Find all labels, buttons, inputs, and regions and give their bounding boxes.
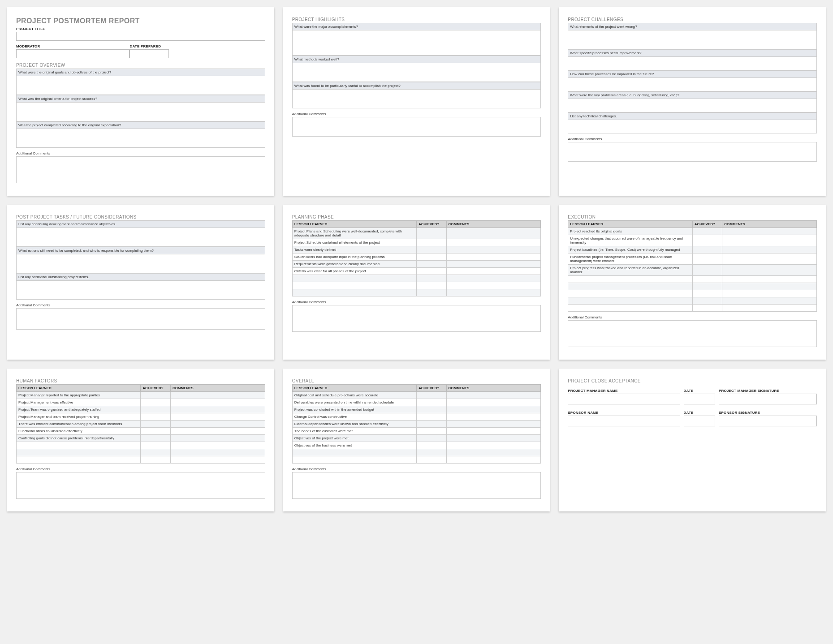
comments-cell[interactable]	[446, 413, 541, 421]
achieved-cell[interactable]	[417, 413, 447, 421]
pm-date-input[interactable]	[684, 394, 715, 404]
comments-cell[interactable]	[170, 413, 265, 421]
achieved-cell[interactable]	[141, 413, 171, 421]
achieved-cell[interactable]	[141, 406, 171, 413]
postproject-a2[interactable]	[16, 254, 265, 273]
achieved-cell[interactable]	[417, 392, 447, 399]
achieved-cell[interactable]	[417, 399, 447, 406]
achieved-cell[interactable]	[692, 297, 722, 305]
achieved-cell[interactable]	[692, 276, 722, 283]
overview-a2[interactable]	[16, 103, 265, 121]
postproject-a1[interactable]	[16, 228, 265, 247]
date-prepared-input[interactable]	[129, 49, 169, 58]
comments-cell[interactable]	[446, 406, 541, 413]
comments-cell[interactable]	[446, 261, 541, 268]
comments-cell[interactable]	[170, 428, 265, 435]
comments-cell[interactable]	[446, 275, 541, 282]
planning-comments[interactable]	[292, 305, 541, 332]
comments-cell[interactable]	[446, 268, 541, 275]
achieved-cell[interactable]	[141, 442, 171, 449]
comments-cell[interactable]	[722, 297, 817, 305]
achieved-cell[interactable]	[692, 305, 722, 312]
challenges-a3[interactable]	[568, 78, 817, 91]
comments-cell[interactable]	[170, 442, 265, 449]
achieved-cell[interactable]	[692, 290, 722, 297]
achieved-cell[interactable]	[417, 246, 447, 253]
achieved-cell[interactable]	[141, 449, 171, 456]
achieved-cell[interactable]	[141, 428, 171, 435]
overview-comments[interactable]	[16, 156, 265, 183]
comments-cell[interactable]	[722, 265, 817, 276]
comments-cell[interactable]	[446, 428, 541, 435]
sponsor-name-input[interactable]	[568, 416, 680, 426]
achieved-cell[interactable]	[417, 268, 447, 275]
comments-cell[interactable]	[446, 239, 541, 246]
comments-cell[interactable]	[722, 305, 817, 312]
pm-name-input[interactable]	[568, 394, 680, 404]
comments-cell[interactable]	[170, 421, 265, 428]
comments-cell[interactable]	[446, 246, 541, 253]
achieved-cell[interactable]	[417, 406, 447, 413]
achieved-cell[interactable]	[417, 275, 447, 282]
comments-cell[interactable]	[722, 290, 817, 297]
postproject-comments[interactable]	[16, 308, 265, 330]
achieved-cell[interactable]	[417, 442, 447, 449]
highlights-a3[interactable]	[292, 90, 541, 108]
comments-cell[interactable]	[446, 289, 541, 296]
comments-cell[interactable]	[170, 456, 265, 464]
comments-cell[interactable]	[446, 442, 541, 449]
comments-cell[interactable]	[170, 392, 265, 399]
execution-comments[interactable]	[568, 320, 817, 347]
human-comments[interactable]	[16, 472, 265, 499]
achieved-cell[interactable]	[417, 253, 447, 261]
challenges-a4[interactable]	[568, 99, 817, 112]
comments-cell[interactable]	[170, 449, 265, 456]
achieved-cell[interactable]	[141, 435, 171, 442]
achieved-cell[interactable]	[417, 289, 447, 296]
achieved-cell[interactable]	[692, 235, 722, 246]
postproject-a3[interactable]	[16, 281, 265, 300]
comments-cell[interactable]	[446, 449, 541, 456]
comments-cell[interactable]	[446, 228, 541, 239]
achieved-cell[interactable]	[417, 428, 447, 435]
comments-cell[interactable]	[446, 456, 541, 464]
comments-cell[interactable]	[446, 435, 541, 442]
achieved-cell[interactable]	[417, 449, 447, 456]
highlights-comments[interactable]	[292, 117, 541, 137]
comments-cell[interactable]	[446, 399, 541, 406]
achieved-cell[interactable]	[692, 253, 722, 265]
achieved-cell[interactable]	[417, 261, 447, 268]
achieved-cell[interactable]	[141, 392, 171, 399]
achieved-cell[interactable]	[692, 228, 722, 235]
challenges-a2[interactable]	[568, 57, 817, 70]
highlights-a1[interactable]	[292, 30, 541, 56]
project-title-input[interactable]	[16, 32, 265, 41]
achieved-cell[interactable]	[417, 435, 447, 442]
comments-cell[interactable]	[446, 282, 541, 289]
achieved-cell[interactable]	[417, 228, 447, 239]
overview-a3[interactable]	[16, 129, 265, 148]
challenges-a5[interactable]	[568, 120, 817, 133]
achieved-cell[interactable]	[141, 456, 171, 464]
comments-cell[interactable]	[722, 283, 817, 290]
achieved-cell[interactable]	[417, 421, 447, 428]
challenges-a1[interactable]	[568, 30, 817, 49]
achieved-cell[interactable]	[417, 282, 447, 289]
achieved-cell[interactable]	[692, 283, 722, 290]
comments-cell[interactable]	[722, 235, 817, 246]
comments-cell[interactable]	[722, 246, 817, 253]
overview-a1[interactable]	[16, 76, 265, 95]
achieved-cell[interactable]	[417, 239, 447, 246]
achieved-cell[interactable]	[141, 399, 171, 406]
comments-cell[interactable]	[446, 253, 541, 261]
comments-cell[interactable]	[722, 228, 817, 235]
achieved-cell[interactable]	[141, 421, 171, 428]
sponsor-sign-input[interactable]	[719, 416, 817, 426]
achieved-cell[interactable]	[692, 246, 722, 253]
overall-comments[interactable]	[292, 472, 541, 499]
comments-cell[interactable]	[170, 406, 265, 413]
sponsor-date-input[interactable]	[684, 416, 715, 426]
achieved-cell[interactable]	[417, 456, 447, 464]
pm-sign-input[interactable]	[719, 394, 817, 404]
comments-cell[interactable]	[446, 392, 541, 399]
